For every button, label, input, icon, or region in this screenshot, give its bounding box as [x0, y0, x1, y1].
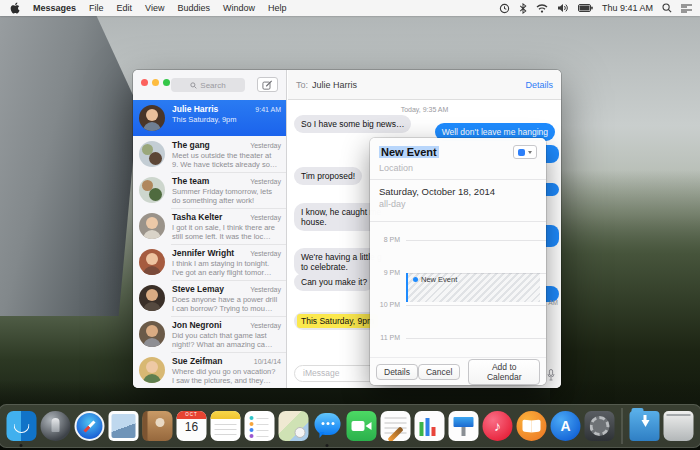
dock-icon-reminders[interactable]	[245, 411, 275, 441]
dock-icon-keynote[interactable]	[449, 411, 479, 441]
conversation-the-gang[interactable]: The gangYesterday Meet us outside the th…	[133, 136, 286, 172]
dock-icon-itunes[interactable]: ♪	[483, 411, 513, 441]
avatar	[139, 105, 165, 131]
hour-label: 8 PM	[376, 236, 400, 243]
menu-edit[interactable]: Edit	[117, 3, 133, 13]
dock-icon-app-store[interactable]: A	[551, 411, 581, 441]
dock-icon-facetime[interactable]	[347, 411, 377, 441]
hour-label: 9 PM	[376, 269, 400, 276]
dock-icon-contacts[interactable]	[143, 411, 173, 441]
conversation-preview: Did you catch that game last night!? Wha…	[172, 331, 281, 349]
menu-clock[interactable]: Thu 9:41 AM	[602, 3, 653, 13]
details-link[interactable]: Details	[525, 80, 553, 90]
popover-buttons: Details Cancel Add to Calendar	[370, 357, 546, 385]
hour-row: 11 PM	[370, 334, 546, 346]
conversation-preview: Meet us outside the theater at 9. We hav…	[172, 151, 281, 169]
details-button[interactable]: Details	[376, 364, 418, 380]
conversation-julie-harris[interactable]: Julie Harris9:41 AM This Saturday, 9pm	[133, 100, 286, 136]
finder-smile	[14, 424, 30, 433]
event-date[interactable]: Saturday, October 18, 2014	[370, 180, 546, 197]
day-calendar-view[interactable]: 8 PM 9 PM 10 PM 11 PM New Event	[370, 222, 546, 361]
popover-header: New Event Location	[370, 138, 546, 173]
hidden-outgoing-bubble-edge	[545, 145, 559, 163]
hour-line	[406, 240, 546, 241]
dock-icon-launchpad[interactable]	[41, 411, 71, 441]
conversation-preview: Summer Friday tomorrow, lets do somethin…	[172, 187, 281, 205]
cancel-button[interactable]: Cancel	[418, 364, 460, 380]
menu-bar-left: Messages File Edit View Buddies Window H…	[0, 2, 286, 14]
book-left-page	[523, 420, 532, 433]
all-day-label[interactable]: all-day	[370, 197, 546, 215]
close-window-button[interactable]	[141, 79, 148, 86]
compose-button[interactable]	[257, 77, 278, 92]
bluetooth-icon[interactable]	[519, 3, 527, 14]
volume-icon[interactable]	[557, 3, 569, 13]
hour-line	[406, 338, 546, 339]
menu-app-name[interactable]: Messages	[33, 3, 76, 13]
bar-green	[420, 422, 424, 436]
reminder-dots	[250, 416, 254, 420]
dock-icon-pages[interactable]	[381, 411, 411, 441]
dock-icon-system-preferences[interactable]	[585, 411, 615, 441]
menu-file[interactable]: File	[89, 3, 104, 13]
wifi-icon[interactable]	[536, 3, 548, 13]
dock-icon-trash[interactable]	[664, 411, 694, 441]
new-event-block[interactable]: New Event	[406, 273, 540, 302]
dock-icon-maps[interactable]	[279, 411, 309, 441]
dock-icon-ibooks[interactable]	[517, 411, 547, 441]
notification-center-icon[interactable]	[681, 4, 692, 13]
compass-badge	[295, 427, 306, 438]
appstore-letter: A	[560, 418, 570, 434]
camera-body	[352, 421, 365, 431]
dock-icon-safari[interactable]	[75, 411, 105, 441]
event-title-input[interactable]: New Event	[379, 146, 439, 158]
rocket-icon	[52, 418, 60, 432]
dock-icon-mail[interactable]	[109, 411, 139, 441]
conversation-steve-lemay[interactable]: Steve LemayYesterday Does anyone have a …	[133, 280, 286, 316]
apple-menu-icon[interactable]	[10, 2, 20, 14]
music-note-icon: ♪	[494, 418, 501, 434]
message-bubble-incoming: Tim proposed!	[294, 167, 362, 185]
dock-icon-calendar[interactable]: OCT 16	[177, 411, 207, 441]
dock-icon-downloads[interactable]	[630, 411, 660, 441]
dock-icon-finder[interactable]	[7, 411, 37, 441]
conversation-preview: I got it on sale, I think there are stil…	[172, 223, 281, 241]
conversation-tasha-kelter[interactable]: Tasha KelterYesterday I got it on sale, …	[133, 208, 286, 244]
battery-icon[interactable]	[578, 4, 593, 12]
dock-icon-numbers[interactable]	[415, 411, 445, 441]
conversation-jon-negroni[interactable]: Jon NegroniYesterday Did you catch that …	[133, 316, 286, 352]
conversation-sue-zeifman[interactable]: Sue Zeifman10/14/14 Where did you go on …	[133, 352, 286, 388]
menu-bar-status: Thu 9:41 AM	[499, 3, 700, 14]
dock-icon-notes[interactable]	[211, 411, 241, 441]
avatar	[139, 321, 165, 347]
add-to-calendar-button[interactable]: Add to Calendar	[468, 359, 540, 385]
to-label: To:	[296, 80, 308, 90]
microphone-icon[interactable]	[547, 367, 555, 385]
search-placeholder: Search	[200, 81, 225, 90]
minimize-window-button[interactable]	[152, 79, 159, 86]
conversation-jennifer-wright[interactable]: Jennifer WrightYesterday I think I am st…	[133, 244, 286, 280]
menu-window[interactable]: Window	[223, 3, 255, 13]
calendar-color-dropdown[interactable]	[513, 145, 537, 159]
bubble-tail	[320, 432, 325, 438]
menu-buddies[interactable]: Buddies	[177, 3, 210, 13]
menu-view[interactable]: View	[145, 3, 164, 13]
conversation-name: Steve Lemay	[172, 284, 224, 294]
message-bubble-incoming-highlighted[interactable]: This Saturday, 9pm	[294, 312, 381, 330]
conversation-time: Yesterday	[250, 322, 281, 329]
avatar	[139, 357, 165, 383]
conversation-the-team[interactable]: The teamYesterday Summer Friday tomorrow…	[133, 172, 286, 208]
search-input[interactable]: Search	[171, 78, 245, 92]
data-detector-highlight[interactable]: This Saturday, 9pm	[297, 314, 378, 328]
ellipsis-dots	[322, 422, 325, 425]
spotlight-icon[interactable]	[662, 3, 672, 13]
zoom-window-button[interactable]	[163, 79, 170, 86]
dock-icon-messages[interactable]	[313, 411, 343, 441]
event-location-input[interactable]: Location	[379, 163, 537, 173]
chat-header: To: Julie Harris Details	[288, 70, 561, 100]
time-machine-icon[interactable]	[499, 3, 510, 14]
notes-lines	[215, 424, 237, 425]
menu-help[interactable]: Help	[268, 3, 287, 13]
conversation-time: Yesterday	[250, 250, 281, 257]
book-spine	[143, 411, 148, 441]
